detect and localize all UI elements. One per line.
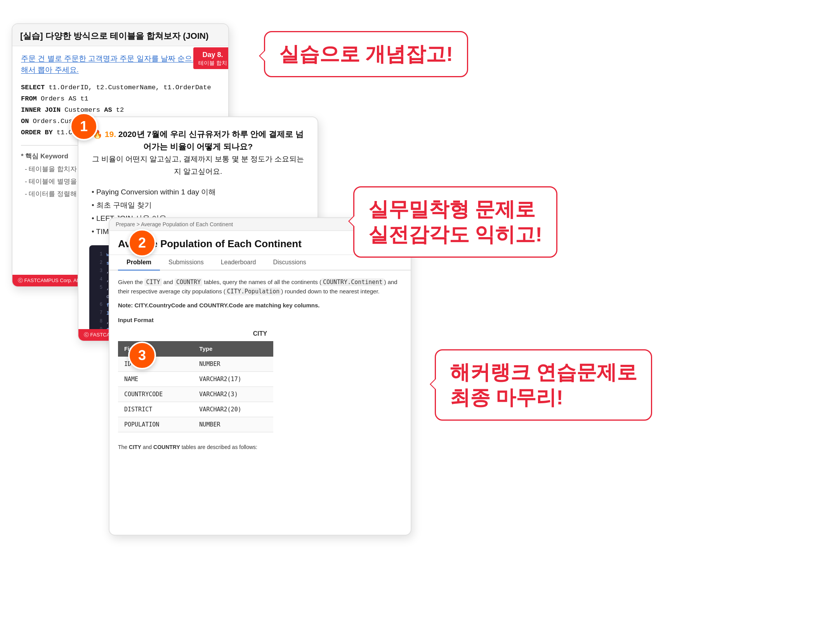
card3-input-format: Input Format: [118, 316, 402, 325]
card2-question: 🔥 19. 2020년 7월에 우리 신규유저가 하루 안에 결제로 넘어가는 …: [89, 128, 307, 177]
table-row: DISTRICTVARCHAR2(20): [118, 402, 273, 417]
card3-note: Note: CITY.CountryCode and COUNTRY.Code …: [118, 301, 402, 310]
bubble3-line1: 해커랭크 연습문제로: [450, 360, 637, 385]
card-3: Prepare > Average Population of Each Con…: [109, 217, 411, 536]
table-row: NAMEVARCHAR2(17): [118, 371, 273, 387]
table-row: POPULATIONNUMBER: [118, 417, 273, 432]
table-row: COUNTRYCODEVARCHAR2(3): [118, 387, 273, 402]
tab-discussions[interactable]: Discussions: [264, 255, 314, 270]
bubble1-text: 실습으로 개념잡고!: [279, 42, 453, 67]
card3-footer: The CITY and COUNTRY tables are describe…: [109, 439, 411, 455]
card3-description: Given the CITY and COUNTRY tables, query…: [118, 277, 402, 296]
bubble2-line1: 실무밀착형 문제로: [368, 197, 542, 222]
badge-1: 1: [70, 113, 98, 140]
city-table-label: CITY: [118, 329, 402, 339]
badge-2: 2: [128, 229, 156, 257]
tab-problem[interactable]: Problem: [118, 255, 160, 270]
bubble3-line2: 최종 마무리!: [450, 385, 637, 410]
card1-header: [실습] 다양한 방식으로 테이블을 합쳐보자 (JOIN): [12, 24, 228, 46]
tab-leaderboard[interactable]: Leaderboard: [212, 255, 265, 270]
bubble-3: 해커랭크 연습문제로 최종 마무리!: [435, 349, 652, 421]
bubble-1: 실습으로 개념잡고!: [264, 31, 468, 77]
card1-question: 주문 건 별로 주문한 고객명과 주문 일자를 날짜 순으로 정렬해서 뽑아 주…: [21, 53, 220, 75]
tab-submissions[interactable]: Submissions: [160, 255, 212, 270]
badge-3: 3: [128, 342, 156, 369]
th-type: Type: [193, 341, 273, 357]
day-badge: Day 8. 테이블 합치: [193, 47, 229, 69]
bubble-2: 실무밀착형 문제로 실전감각도 익히고!: [353, 186, 557, 258]
bubble2-line2: 실전감각도 익히고!: [368, 222, 542, 247]
